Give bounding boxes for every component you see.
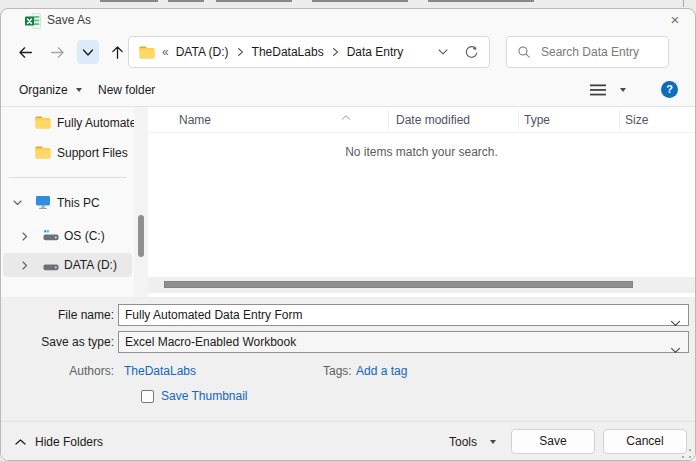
sidebar-item-data-d[interactable]: DATA (D:) [1,253,134,277]
sidebar-item-fully-automated[interactable]: Fully Automated [1,111,134,135]
organize-button[interactable]: Organize [19,73,82,106]
column-divider[interactable] [619,110,620,130]
save-button[interactable]: Save [511,429,595,454]
hide-folders-label: Hide Folders [35,435,103,449]
os-drive-icon [43,230,59,245]
new-folder-label: New folder [98,83,155,97]
sidebar-item-label: DATA (D:) [64,253,117,277]
authors-value-link[interactable]: TheDataLabs [124,361,196,381]
background-artifact [100,0,158,2]
background-artifact [312,0,408,2]
column-headers: Name Date modified Type Size [148,107,695,133]
sidebar-scrollbar-thumb[interactable] [138,215,144,257]
computer-icon [35,195,51,213]
cancel-button[interactable]: Cancel [603,429,687,454]
details-view-icon [589,83,607,97]
save-thumbnail-checkbox[interactable] [141,390,154,403]
caret-down-icon [490,440,496,444]
background-artifact [428,0,534,2]
caret-down-icon [620,88,626,92]
new-folder-button[interactable]: New folder [98,73,155,106]
close-button[interactable]: × [662,9,688,32]
sidebar-item-support-files[interactable]: Support Files [1,141,134,165]
chevron-right-icon [237,47,244,57]
caret-down-icon [76,88,82,92]
column-divider[interactable] [388,110,389,130]
save-as-type-label: Save as type: [1,335,114,349]
views-button[interactable] [589,73,626,106]
forward-button[interactable] [45,40,69,64]
save-thumbnail-label[interactable]: Save Thumbnail [161,389,248,404]
refresh-icon[interactable] [464,45,479,60]
recent-locations-button[interactable] [77,40,99,64]
file-list: Name Date modified Type Size No items ma… [148,107,695,297]
form-area: File name: Save as type: Excel Macro-Ena… [1,297,695,421]
add-tag-link[interactable]: Add a tag [356,361,407,381]
tools-button[interactable]: Tools [449,422,496,461]
search-box[interactable] [506,36,669,68]
folder-icon [35,116,51,132]
expander-chevron-right-icon[interactable] [22,232,28,241]
breadcrumb-overflow[interactable]: « [162,45,169,59]
chevron-up-icon [15,439,26,445]
file-name-combobox[interactable] [118,304,689,326]
window-title: Save As [47,9,91,32]
organize-label: Organize [19,83,68,97]
chevron-down-icon[interactable] [670,313,681,331]
sidebar-item-os-c[interactable]: OS (C:) [1,224,134,248]
expander-chevron-down-icon[interactable] [13,200,22,206]
sidebar-item-this-pc[interactable]: This PC [1,191,134,215]
address-dropdown-icon[interactable] [437,48,449,56]
file-name-label: File name: [1,308,114,322]
chevron-down-icon[interactable] [670,340,681,358]
search-icon [517,45,531,59]
content-area: Fully Automated Support Files [1,107,695,297]
excel-app-icon [25,13,41,29]
sidebar: Fully Automated Support Files [1,107,134,297]
up-button[interactable] [105,40,129,64]
save-as-dialog: Save As × [0,8,696,461]
hide-folders-button[interactable]: Hide Folders [15,422,103,461]
sidebar-item-label: Support Files [57,141,128,165]
breadcrumb-item-drive[interactable]: DATA (D:) [176,45,229,59]
column-header-size[interactable]: Size [625,107,648,133]
sidebar-item-label: OS (C:) [64,224,105,248]
horizontal-scrollbar[interactable] [148,277,695,293]
file-name-input[interactable] [125,308,664,322]
column-divider[interactable] [518,110,519,130]
footer-bar: Hide Folders Tools Save Cancel [1,421,695,461]
column-header-name[interactable]: Name [179,107,211,133]
authors-label: Authors: [1,361,114,381]
expander-chevron-right-icon[interactable] [22,261,28,270]
sort-ascending-icon [341,109,351,123]
tags-label: Tags: [323,361,352,381]
sidebar-scrollbar[interactable] [134,107,148,297]
folder-icon [35,146,51,162]
resize-grip[interactable] [682,449,692,459]
search-input[interactable] [539,44,658,60]
column-header-date-modified[interactable]: Date modified [396,107,470,133]
address-bar[interactable]: « DATA (D:) TheDataLabs Data Entry [128,36,490,68]
arrow-right-icon [49,44,66,61]
data-drive-icon [43,261,59,275]
chevron-down-icon [82,48,94,57]
empty-list-message: No items match your search. [148,145,695,159]
background-artifact [683,0,684,7]
column-header-type[interactable]: Type [524,107,550,133]
title-bar: Save As × [1,9,695,32]
breadcrumb-item-thedatalabs[interactable]: TheDataLabs [252,45,324,59]
help-button[interactable]: ? [661,81,678,98]
chevron-right-icon [332,47,339,57]
horizontal-scrollbar-thumb[interactable] [164,281,633,288]
toolbar: Organize New folder ? [1,73,695,107]
arrow-left-icon [17,44,34,61]
save-as-type-dropdown[interactable]: Excel Macro-Enabled Workbook [118,331,689,353]
background-artifact [168,0,204,2]
back-button[interactable] [13,40,37,64]
sidebar-divider [9,177,126,178]
breadcrumb-item-data-entry[interactable]: Data Entry [347,45,404,59]
navigation-bar: « DATA (D:) TheDataLabs Data Entry [1,32,695,73]
background-artifact [216,0,292,2]
screen: Save As × [0,0,696,461]
sidebar-item-label: Fully Automated [57,111,134,135]
